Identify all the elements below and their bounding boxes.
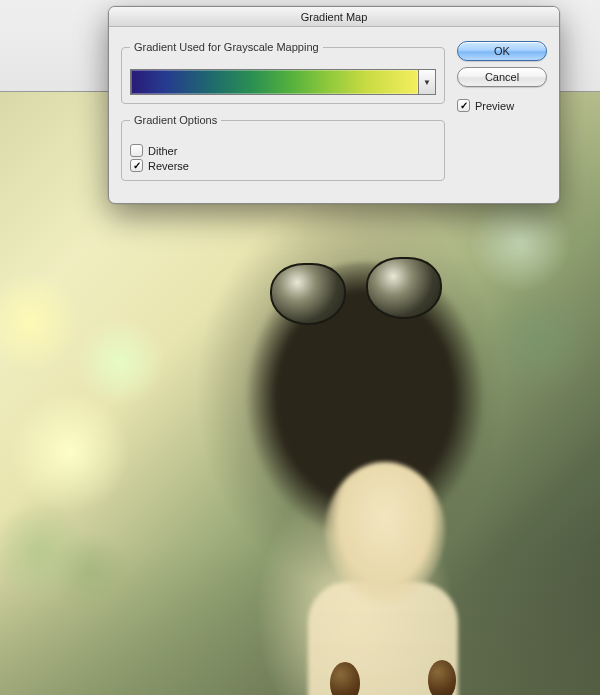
preview-label: Preview [475,100,514,112]
group-gradient-options-legend: Gradient Options [130,114,221,126]
chevron-down-icon: ▼ [423,78,431,87]
cancel-button[interactable]: Cancel [457,67,547,87]
gradient-preview-bar[interactable] [130,69,418,95]
reverse-label: Reverse [148,160,189,172]
gradient-picker-dropdown[interactable]: ▼ [418,69,436,95]
dither-checkbox[interactable] [130,144,143,157]
group-gradient-options: Gradient Options Dither Reverse [121,114,445,181]
group-gradient-mapping: Gradient Used for Grayscale Mapping ▼ [121,41,445,104]
group-gradient-mapping-legend: Gradient Used for Grayscale Mapping [130,41,323,53]
reverse-checkbox[interactable] [130,159,143,172]
gradient-map-dialog: Gradient Map Gradient Used for Grayscale… [108,6,560,204]
dither-label: Dither [148,145,177,157]
dialog-title: Gradient Map [109,7,559,27]
preview-checkbox[interactable] [457,99,470,112]
ok-button[interactable]: OK [457,41,547,61]
